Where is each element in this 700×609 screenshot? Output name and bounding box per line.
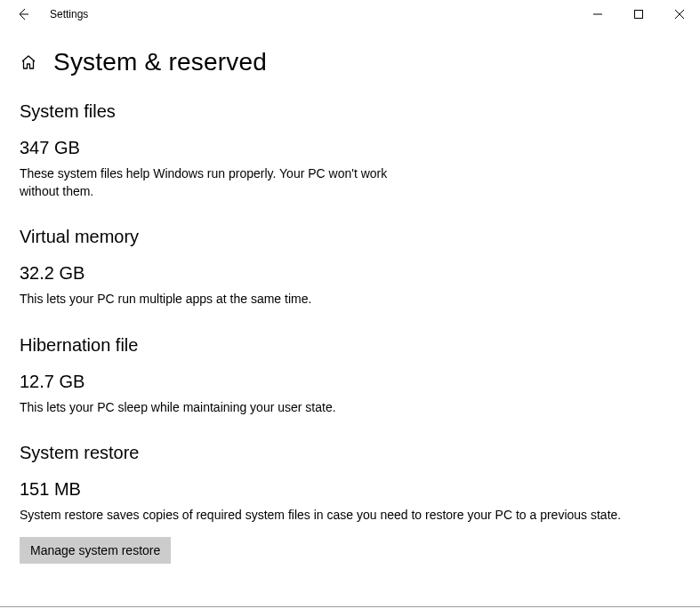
minimize-button[interactable] <box>577 0 618 28</box>
back-arrow-icon <box>16 7 30 21</box>
content-area: System files 347 GB These system files h… <box>0 85 700 564</box>
svg-rect-2 <box>635 11 643 19</box>
close-icon <box>675 10 684 19</box>
section-hibernation: Hibernation file 12.7 GB This lets your … <box>20 335 680 417</box>
minimize-icon <box>593 10 602 19</box>
page-header: System & reserved <box>0 28 700 85</box>
hibernation-desc: This lets your PC sleep while maintainin… <box>20 399 642 417</box>
system-restore-value: 151 MB <box>20 479 680 500</box>
system-files-desc: These system files help Windows run prop… <box>20 165 411 200</box>
system-restore-desc: System restore saves copies of required … <box>20 507 642 525</box>
bottom-divider <box>0 606 700 607</box>
hibernation-title: Hibernation file <box>20 335 680 356</box>
close-button[interactable] <box>659 0 700 28</box>
virtual-memory-value: 32.2 GB <box>20 263 680 284</box>
system-files-value: 347 GB <box>20 138 680 158</box>
maximize-button[interactable] <box>618 0 659 28</box>
hibernation-value: 12.7 GB <box>20 372 680 392</box>
window-controls <box>577 0 700 28</box>
section-system-files: System files 347 GB These system files h… <box>20 101 680 200</box>
back-button[interactable] <box>12 4 34 25</box>
virtual-memory-desc: This lets your PC run multiple apps at t… <box>20 291 642 309</box>
home-icon <box>20 54 36 70</box>
maximize-icon <box>634 10 643 19</box>
app-title: Settings <box>50 8 88 20</box>
home-button[interactable] <box>20 53 37 71</box>
section-virtual-memory: Virtual memory 32.2 GB This lets your PC… <box>20 227 680 309</box>
system-restore-title: System restore <box>20 443 680 463</box>
manage-system-restore-button[interactable]: Manage system restore <box>20 537 171 564</box>
page-title: System & reserved <box>53 48 267 76</box>
titlebar: Settings <box>0 0 700 28</box>
section-system-restore: System restore 151 MB System restore sav… <box>20 443 680 564</box>
virtual-memory-title: Virtual memory <box>20 227 680 247</box>
system-files-title: System files <box>20 101 680 122</box>
